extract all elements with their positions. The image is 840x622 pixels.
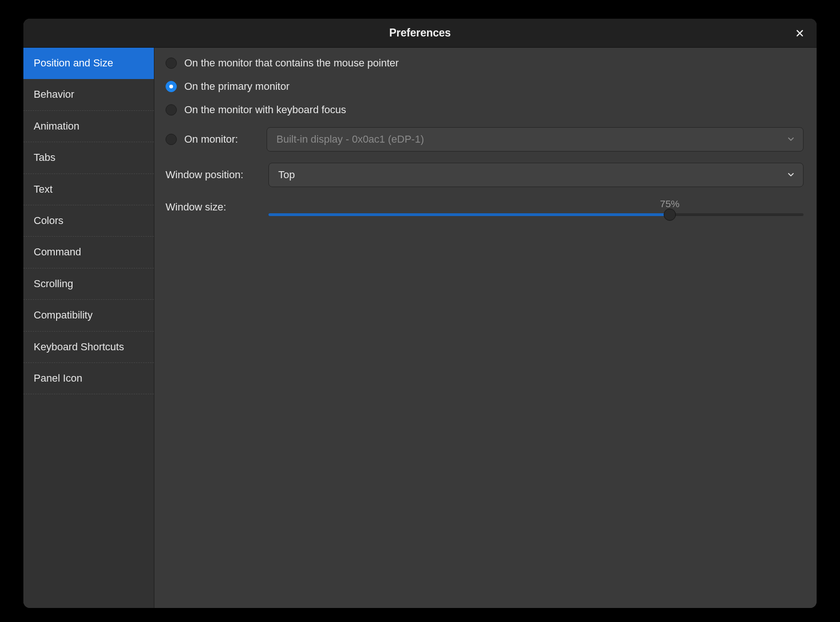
monitor-dropdown-value: Built-in display - 0x0ac1 (eDP-1) [276,133,424,145]
monitor-dropdown: Built-in display - 0x0ac1 (eDP-1) [267,127,804,152]
window-size-row: Window size: 75% [166,198,804,216]
slider-fill [268,213,670,216]
window-size-slider[interactable]: 75% [268,198,804,216]
sidebar-item-text[interactable]: Text [23,174,154,205]
sidebar-item-colors[interactable]: Colors [23,205,154,237]
radio-label-mouse-pointer[interactable]: On the monitor that contains the mouse p… [184,57,399,69]
chevron-down-icon [787,169,795,181]
titlebar: Preferences [23,19,817,48]
slider-track [268,213,804,216]
radio-primary-monitor[interactable] [166,81,177,92]
close-button[interactable] [792,26,807,41]
radio-row-keyboard-focus: On the monitor with keyboard focus [166,104,804,116]
window-position-dropdown[interactable]: Top [268,163,804,187]
sidebar-item-position-and-size[interactable]: Position and Size [23,48,154,79]
sidebar-item-scrolling[interactable]: Scrolling [23,268,154,300]
preferences-window: Preferences Position and Size Behavior A… [23,19,817,608]
radio-keyboard-focus[interactable] [166,104,177,116]
content-panel: On the monitor that contains the mouse p… [154,48,817,608]
window-position-value: Top [278,169,295,181]
slider-value-label: 75% [660,198,680,210]
sidebar-item-behavior[interactable]: Behavior [23,79,154,110]
radio-row-primary-monitor: On the primary monitor [166,80,804,93]
window-position-row: Window position: Top [166,163,804,187]
sidebar-item-keyboard-shortcuts[interactable]: Keyboard Shortcuts [23,332,154,363]
sidebar-item-panel-icon[interactable]: Panel Icon [23,363,154,394]
radio-on-monitor[interactable] [166,134,177,145]
close-icon [796,29,804,37]
radio-label-keyboard-focus[interactable]: On the monitor with keyboard focus [184,104,346,116]
window-size-label: Window size: [166,201,259,213]
slider-thumb[interactable] [664,209,676,221]
sidebar-item-animation[interactable]: Animation [23,111,154,142]
chevron-down-icon [787,133,795,145]
radio-row-on-monitor: On monitor: Built-in display - 0x0ac1 (e… [166,127,804,152]
sidebar-item-compatibility[interactable]: Compatibility [23,300,154,331]
sidebar-item-command[interactable]: Command [23,237,154,268]
radio-label-on-monitor[interactable]: On monitor: [184,133,238,145]
sidebar-item-tabs[interactable]: Tabs [23,142,154,174]
radio-row-mouse-pointer: On the monitor that contains the mouse p… [166,57,804,69]
window-title: Preferences [389,27,451,39]
window-position-label: Window position: [166,169,259,181]
sidebar: Position and Size Behavior Animation Tab… [23,48,154,608]
radio-label-primary-monitor[interactable]: On the primary monitor [184,80,290,93]
window-body: Position and Size Behavior Animation Tab… [23,48,817,608]
radio-mouse-pointer[interactable] [166,58,177,69]
